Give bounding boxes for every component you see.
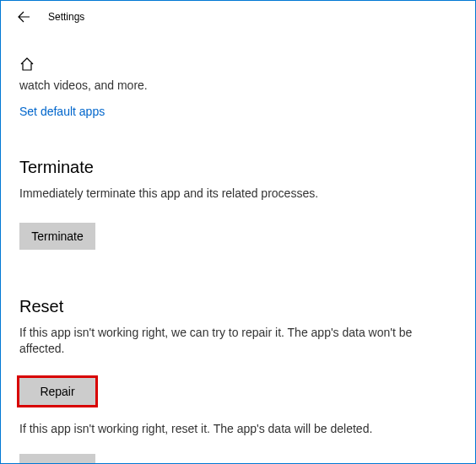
terminate-description: Immediately terminate this app and its r… [19,186,425,202]
back-button[interactable] [16,9,31,24]
reset-description: If this app isn't working right, reset i… [19,422,425,435]
truncated-description: watch videos, and more. [19,78,457,92]
content-area: watch videos, and more. Set default apps… [1,33,475,464]
home-icon [19,57,35,72]
title-bar: Settings [1,1,475,33]
arrow-left-icon [17,10,30,24]
reset-section: Reset If this app isn't working right, w… [19,297,457,464]
window-title: Settings [48,11,84,23]
home-button[interactable] [19,57,35,72]
reset-heading: Reset [19,297,457,316]
repair-button[interactable]: Repair [19,378,95,405]
terminate-heading: Terminate [19,158,457,177]
set-default-apps-link[interactable]: Set default apps [19,105,105,118]
terminate-section: Terminate Immediately terminate this app… [19,158,457,250]
reset-button[interactable]: Reset [19,454,95,464]
terminate-button[interactable]: Terminate [19,223,95,250]
repair-description: If this app isn't working right, we can … [19,325,425,358]
